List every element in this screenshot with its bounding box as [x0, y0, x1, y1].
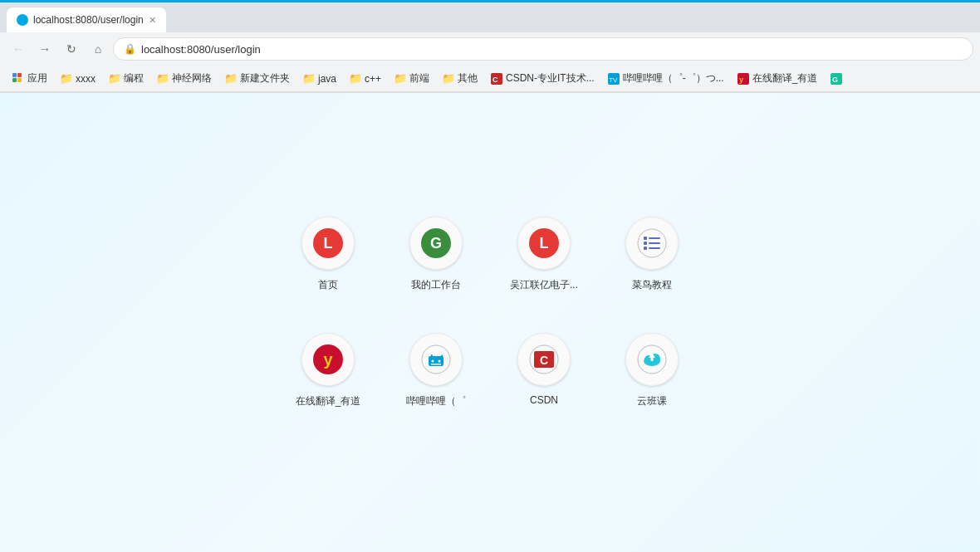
- svg-point-32: [432, 359, 434, 362]
- svg-text:G: G: [430, 235, 442, 252]
- bookmark-xxxx-label: xxxx: [76, 73, 96, 85]
- nav-bar: ← → ↻ ⌂ 🔒 localhost:8080/user/login: [0, 32, 980, 66]
- bookmark-youdao-label: 在线翻译_有道: [752, 71, 818, 85]
- svg-text:L: L: [540, 235, 549, 252]
- svg-text:y: y: [323, 350, 333, 369]
- bookmark-cpp[interactable]: 📁 c++: [344, 71, 387, 87]
- svg-rect-23: [649, 237, 660, 239]
- shortcut-youdao-label: 在线翻译_有道: [296, 394, 361, 408]
- address-text: localhost:8080/user/login: [141, 43, 963, 56]
- svg-text:G: G: [832, 76, 838, 84]
- shortcut-csdn-icon: C: [517, 333, 571, 386]
- shortcut-bilibili-label: 哔哩哔哩（゜: [406, 394, 466, 408]
- shortcut-wujiang-icon: L: [517, 217, 571, 270]
- bookmark-bilibili-label: 哔哩哔哩（゜-゜）つ...: [623, 71, 724, 85]
- shortcut-csdn-label: CSDN: [530, 394, 558, 406]
- bookmark-xxxx[interactable]: 📁 xxxx: [55, 71, 101, 87]
- shortcut-youdao-icon: y: [301, 333, 355, 386]
- shortcut-homepage-icon: L: [301, 217, 355, 270]
- shortcut-workspace-label: 我的工作台: [411, 278, 461, 292]
- shortcut-csdn[interactable]: C CSDN: [498, 333, 590, 432]
- svg-rect-43: [651, 357, 654, 361]
- bookmark-biancheng-label: 编程: [124, 71, 144, 85]
- bilibili-favicon: TV: [608, 73, 620, 85]
- shortcut-wujiang[interactable]: L 吴江联亿电子...: [498, 217, 590, 316]
- bookmark-grammarly[interactable]: G: [825, 71, 848, 87]
- bookmark-xinjian-label: 新建文件夹: [240, 71, 290, 85]
- address-bar[interactable]: 🔒 localhost:8080/user/login: [113, 37, 973, 61]
- svg-text:L: L: [324, 235, 333, 252]
- bookmarks-bar: 应用 📁 xxxx 📁 编程 📁 神经网络 📁 新建文件夹 📁 java 📁 c…: [0, 66, 980, 92]
- bookmark-xinjian[interactable]: 📁 新建文件夹: [219, 69, 296, 88]
- back-button[interactable]: ←: [7, 37, 30, 61]
- shortcut-wujiang-label: 吴江联亿电子...: [510, 278, 578, 292]
- svg-rect-3: [17, 78, 22, 82]
- folder-icon: 📁: [157, 73, 169, 85]
- bookmark-csdn[interactable]: C CSDN-专业IT技术...: [485, 69, 600, 88]
- reload-button[interactable]: ↻: [60, 37, 83, 61]
- svg-text:C: C: [492, 76, 498, 84]
- bookmark-youdao[interactable]: y 在线翻译_有道: [732, 69, 824, 88]
- shortcut-yunban-icon: [625, 333, 679, 386]
- tab-close-button[interactable]: ✕: [149, 15, 156, 26]
- folder-icon: 📁: [61, 73, 72, 85]
- tab-title: localhost:8080/user/login: [33, 14, 144, 26]
- bookmark-csdn-label: CSDN-专业IT技术...: [506, 71, 595, 85]
- shortcut-runoob-icon: [625, 217, 679, 270]
- folder-icon: 📁: [350, 73, 361, 85]
- page-content: L 首页 G 我的工作台 L 吴江联亿电子...: [0, 93, 980, 552]
- bookmark-cpp-label: c++: [365, 73, 381, 85]
- bookmark-java[interactable]: 📁 java: [297, 71, 342, 87]
- bookmark-qianduan-label: 前端: [409, 71, 429, 85]
- svg-rect-4: [15, 75, 17, 76]
- shortcut-yunban[interactable]: 云班课: [606, 333, 698, 432]
- youdao-favicon: y: [737, 73, 749, 85]
- shortcut-runoob-label: 菜鸟教程: [632, 278, 672, 292]
- tab-favicon: [17, 14, 28, 26]
- shortcut-workspace-icon: G: [409, 217, 463, 270]
- shortcuts-grid: L 首页 G 我的工作台 L 吴江联亿电子...: [282, 217, 698, 432]
- svg-rect-22: [644, 247, 647, 250]
- svg-rect-20: [644, 237, 647, 240]
- shortcut-youdao[interactable]: y 在线翻译_有道: [282, 333, 374, 432]
- svg-text:C: C: [540, 354, 548, 367]
- bookmark-apps-label: 应用: [27, 71, 47, 85]
- svg-rect-24: [649, 242, 660, 244]
- folder-icon: 📁: [303, 73, 315, 85]
- shortcut-runoob[interactable]: 菜鸟教程: [606, 217, 698, 316]
- svg-point-33: [439, 359, 441, 362]
- folder-icon: 📁: [443, 73, 454, 85]
- svg-rect-25: [649, 247, 660, 249]
- bookmark-bilibili[interactable]: TV 哔哩哔哩（゜-゜）つ...: [602, 69, 730, 88]
- shortcut-homepage-label: 首页: [318, 278, 338, 292]
- svg-rect-1: [12, 78, 17, 82]
- svg-text:y: y: [739, 76, 743, 84]
- lock-icon: 🔒: [124, 43, 136, 55]
- bookmark-shenjing[interactable]: 📁 神经网络: [151, 69, 218, 88]
- shortcut-yunban-label: 云班课: [637, 394, 667, 408]
- bookmark-qita[interactable]: 📁 其他: [437, 69, 483, 88]
- folder-icon: 📁: [394, 73, 406, 85]
- shortcut-bilibili-icon: [409, 333, 463, 386]
- shortcut-workspace[interactable]: G 我的工作台: [390, 217, 482, 316]
- grammarly-favicon: G: [831, 73, 842, 85]
- bookmark-apps[interactable]: 应用: [7, 69, 53, 88]
- bookmark-qianduan[interactable]: 📁 前端: [389, 69, 435, 88]
- forward-button[interactable]: →: [33, 37, 56, 61]
- shortcut-bilibili[interactable]: 哔哩哔哩（゜: [390, 333, 482, 432]
- svg-text:TV: TV: [609, 76, 618, 84]
- shortcut-homepage[interactable]: L 首页: [282, 217, 374, 316]
- apps-grid-icon: [12, 73, 24, 85]
- home-button[interactable]: ⌂: [86, 37, 110, 61]
- svg-rect-2: [17, 73, 22, 77]
- svg-rect-21: [644, 242, 647, 245]
- browser-chrome: localhost:8080/user/login ✕ ← → ↻ ⌂ 🔒 lo…: [0, 2, 980, 93]
- folder-icon: 📁: [109, 73, 120, 85]
- bookmark-shenjing-label: 神经网络: [172, 71, 212, 85]
- folder-icon: 📁: [225, 73, 237, 85]
- active-tab[interactable]: localhost:8080/user/login ✕: [7, 7, 166, 32]
- bookmark-java-label: java: [318, 73, 336, 85]
- bookmark-biancheng[interactable]: 📁 编程: [103, 69, 149, 88]
- tab-bar: localhost:8080/user/login ✕: [0, 2, 980, 32]
- bookmark-qita-label: 其他: [458, 71, 478, 85]
